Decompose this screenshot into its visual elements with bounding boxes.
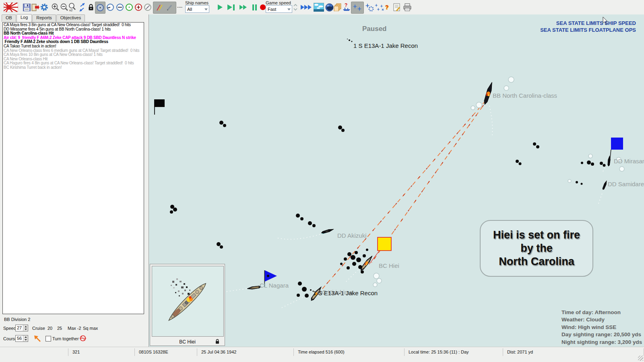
division-title: BB Division 2 bbox=[4, 317, 30, 322]
torpedo-tracks-icon[interactable] bbox=[155, 3, 165, 12]
chevron-down-icon bbox=[204, 8, 208, 10]
log-entry: CA Maya fires 3 8in guns at CA New Orlea… bbox=[4, 23, 144, 27]
environment-line: Weather: Cloudy bbox=[561, 316, 642, 323]
max-speed-label: Max -2 bbox=[68, 326, 81, 331]
lock-icon[interactable] bbox=[215, 339, 220, 344]
ship-label[interactable]: BB North Carolina-class bbox=[493, 92, 557, 99]
tab-log[interactable]: Log bbox=[17, 14, 32, 22]
speed-up-button[interactable] bbox=[23, 325, 28, 328]
ship-names-label: Ship names bbox=[185, 0, 208, 5]
game-speed-dropdown[interactable]: Fast bbox=[266, 5, 292, 13]
japanese-ensign-icon bbox=[3, 2, 19, 13]
weather-icon[interactable] bbox=[313, 2, 324, 13]
ship-label[interactable]: BC Hiei bbox=[379, 262, 399, 269]
settings-gear-icon[interactable] bbox=[39, 2, 49, 13]
cruise-label: Cruise bbox=[32, 326, 45, 331]
view-circle-selected-icon[interactable] bbox=[95, 2, 105, 14]
trail-dots-icon[interactable]: ···· bbox=[176, 2, 184, 13]
recon-unit-label[interactable]: 1 S E13A-1 Jake Recon bbox=[313, 290, 378, 296]
status-segment: 25 Jul 04:36 1942 bbox=[197, 348, 294, 356]
recon-plane-marker[interactable] bbox=[310, 39, 353, 292]
recon-unit-label[interactable]: 1 S E13A-1 Jake Recon bbox=[353, 42, 418, 49]
status-bar: 3210810S 16328E25 Jul 04:36 1942Time ela… bbox=[0, 347, 644, 362]
ship-dd-samidare[interactable] bbox=[602, 181, 607, 190]
ship-detail-inset[interactable]: BC Hiei bbox=[150, 264, 225, 346]
course-down-button[interactable] bbox=[23, 339, 28, 342]
sea-state-warnings: SEA STATE LIMITS SHIP SPEED SEA STATE LI… bbox=[540, 20, 636, 33]
chevron-down-icon bbox=[287, 8, 291, 10]
ship-id-help-icon[interactable]: ? bbox=[342, 2, 351, 13]
globe-icon[interactable] bbox=[324, 2, 334, 13]
help-icon[interactable]: ? bbox=[383, 2, 390, 13]
target-reticle-icon[interactable] bbox=[79, 334, 87, 342]
log-entry: CA Takao Turret back in action! bbox=[4, 44, 144, 49]
ship-names-value: All bbox=[187, 7, 192, 12]
speed-down-button[interactable] bbox=[23, 328, 28, 331]
print-icon[interactable] bbox=[402, 2, 412, 13]
callout-line: North Carolina bbox=[499, 255, 574, 268]
tab-ob[interactable]: OB bbox=[2, 14, 16, 22]
ship-dd-akizuki[interactable] bbox=[321, 228, 334, 234]
ship-label[interactable]: DD Mirasame bbox=[614, 158, 644, 165]
speed-spinner-icon[interactable] bbox=[293, 2, 298, 13]
status-segment: 0810S 16328E bbox=[135, 348, 197, 356]
ship-label[interactable]: DD Akizuki bbox=[337, 232, 367, 239]
speed-stepper[interactable]: 27 bbox=[15, 325, 28, 331]
ship-cl-nagara[interactable] bbox=[247, 286, 261, 290]
ship-bb-north-carolina[interactable] bbox=[483, 82, 494, 105]
division-panel: BB Division 2 Speed 27 Cruise 20 25 Max … bbox=[0, 315, 149, 347]
ship-detail-picture bbox=[152, 266, 224, 337]
course-value: 56 bbox=[16, 335, 23, 341]
game-speed-value: Fast bbox=[268, 7, 276, 12]
view-circle-minus-icon[interactable] bbox=[115, 2, 125, 13]
view-circle-air-icon[interactable] bbox=[134, 2, 143, 13]
tab-bar: OBLogReportsObjectives bbox=[2, 14, 85, 21]
view-circle-green-icon[interactable] bbox=[124, 2, 134, 13]
side-panel: OBLogReportsObjectives CA Maya fires 3 8… bbox=[0, 14, 149, 347]
zoom-x2-icon[interactable]: x2 bbox=[68, 2, 77, 13]
air-panel-icon[interactable] bbox=[351, 2, 364, 14]
play-interval-button[interactable] bbox=[225, 2, 237, 13]
view-circle-bearing-icon[interactable] bbox=[105, 2, 115, 13]
squadron-max-label: Sq max bbox=[83, 326, 98, 331]
tab-reports[interactable]: Reports bbox=[32, 14, 56, 22]
triple-fast-forward-button[interactable] bbox=[299, 2, 312, 13]
sea-state-ship-speed: SEA STATE LIMITS SHIP SPEED bbox=[540, 20, 636, 27]
view-circle-compass-icon[interactable] bbox=[143, 2, 153, 13]
play-button[interactable] bbox=[215, 2, 225, 13]
svg-text:x2: x2 bbox=[69, 8, 73, 12]
cruise-speed-25: 25 bbox=[57, 326, 62, 331]
ship-names-dropdown[interactable]: All bbox=[185, 5, 209, 13]
save-icon[interactable] bbox=[22, 2, 31, 13]
combat-log[interactable]: CA Maya fires 3 8in guns at CA New Orlea… bbox=[2, 22, 144, 314]
turn-together-label: Turn together bbox=[52, 336, 79, 341]
target-square[interactable] bbox=[378, 237, 391, 251]
tactical-map[interactable]: Paused SEA STATE LIMITS SHIP SPEED SEA S… bbox=[149, 14, 644, 347]
pencil-icon[interactable] bbox=[165, 3, 174, 12]
zoom-in-icon[interactable] bbox=[51, 2, 60, 13]
ship-bc-hiei[interactable] bbox=[359, 255, 374, 272]
course-stepper[interactable]: 56 bbox=[15, 335, 28, 342]
speed-value: 27 bbox=[16, 325, 23, 331]
environment-line: Day sighting range: 20,500 yds bbox=[561, 331, 642, 338]
turn-together-checkbox[interactable] bbox=[45, 336, 51, 341]
course-arrow-icon bbox=[33, 334, 42, 343]
status-segment: Local time: 25 15:36 (11) : Day bbox=[405, 348, 503, 356]
status-segment: 321 bbox=[68, 348, 135, 356]
course-up-button[interactable] bbox=[23, 335, 28, 339]
fast-forward-button[interactable] bbox=[237, 2, 249, 13]
split-arrows-icon[interactable] bbox=[77, 2, 87, 13]
air-ops-gear-icon[interactable] bbox=[365, 2, 374, 13]
notes-icon[interactable] bbox=[392, 2, 402, 13]
cruise-speed-20: 20 bbox=[47, 326, 52, 331]
exit-icon[interactable] bbox=[31, 2, 40, 13]
svg-text:?: ? bbox=[345, 2, 347, 8]
ship-label[interactable]: DD Samidare bbox=[608, 181, 644, 187]
environment-line: Wind: High wind SSE bbox=[561, 324, 642, 331]
main-toolbar: x2 bbox=[0, 0, 644, 15]
resize-grip[interactable] bbox=[638, 356, 643, 361]
tab-objectives[interactable]: Objectives bbox=[56, 14, 85, 22]
lock-icon[interactable] bbox=[86, 2, 96, 13]
ship-label[interactable]: CL Nagara bbox=[260, 282, 289, 289]
black-flag[interactable] bbox=[154, 99, 165, 115]
